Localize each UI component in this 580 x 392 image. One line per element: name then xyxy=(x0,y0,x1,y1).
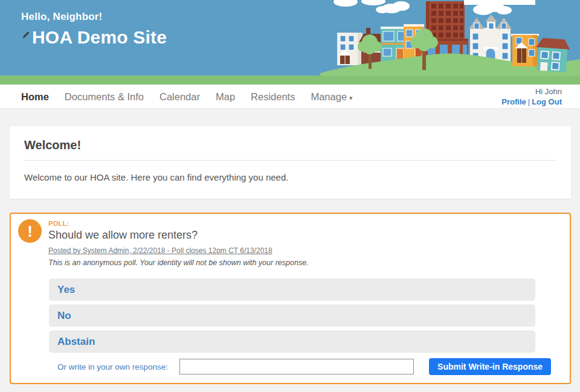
building-orange-right xyxy=(511,34,539,66)
nav-item-calendar[interactable]: Calendar xyxy=(160,91,200,103)
chevron-down-icon: ▾ xyxy=(349,94,353,101)
header-greeting: Hello, Neighbor! xyxy=(21,11,167,23)
profile-link[interactable]: Profile xyxy=(501,97,526,106)
poll-label: POLL: xyxy=(48,220,570,227)
poll-meta-link[interactable]: Posted by System Admin, 2/22/2018 - Poll… xyxy=(48,246,272,255)
poll-option-no[interactable]: No xyxy=(49,304,535,327)
nav-item-residents[interactable]: Residents xyxy=(251,91,295,103)
nav-item-documents-info[interactable]: Documents & Info xyxy=(65,91,144,103)
logout-link[interactable]: Log Out xyxy=(532,97,562,106)
welcome-title: Welcome! xyxy=(24,138,556,152)
poll-option-abstain[interactable]: Abstain xyxy=(49,330,535,353)
nav-items: Home Documents & Info Calendar Map Resid… xyxy=(21,85,353,109)
welcome-body: Welcome to our HOA site. Here you can fi… xyxy=(24,172,556,182)
edit-pencil-icon[interactable] xyxy=(21,31,30,40)
poll-anonymous-note: This is an anonymous poll. Your identity… xyxy=(48,259,570,267)
poll-option-yes[interactable]: Yes xyxy=(49,278,535,301)
user-greeting: Hi John xyxy=(501,87,562,97)
header-white-artifact xyxy=(464,0,535,5)
site-title: HOA Demo Site xyxy=(32,27,167,48)
building-teal-house xyxy=(535,37,571,72)
write-in-row: Or write in your own response: Submit Wr… xyxy=(57,358,570,375)
welcome-card: Welcome! Welcome to our HOA site. Here y… xyxy=(10,126,571,199)
cityscape-illustration xyxy=(320,0,580,76)
nav-item-manage[interactable]: Manage▾ xyxy=(311,91,352,103)
write-in-label: Or write in your own response: xyxy=(57,362,168,371)
user-links: Profile|Log Out xyxy=(501,97,562,108)
welcome-divider xyxy=(24,160,556,161)
green-divider xyxy=(0,76,580,85)
submit-write-in-button[interactable]: Submit Write-in Response xyxy=(429,358,551,375)
page: Hello, Neighbor! HOA Demo Site Home Docu… xyxy=(0,0,580,392)
alert-icon: ! xyxy=(18,219,42,243)
nav-item-map[interactable]: Map xyxy=(216,91,235,103)
link-separator: | xyxy=(528,97,530,106)
poll-question: Should we allow more renters? xyxy=(48,229,570,242)
nav-item-home[interactable]: Home xyxy=(21,91,49,103)
poll-header: POLL: Should we allow more renters? Post… xyxy=(48,220,570,267)
main-nav: Home Documents & Info Calendar Map Resid… xyxy=(0,85,580,109)
write-in-input[interactable] xyxy=(179,359,414,374)
poll-card: ! POLL: Should we allow more renters? Po… xyxy=(10,213,571,384)
nav-user-area: Hi John Profile|Log Out xyxy=(501,87,562,108)
site-header: Hello, Neighbor! HOA Demo Site xyxy=(0,0,580,76)
nav-item-manage-label: Manage xyxy=(311,91,347,102)
poll-options: Yes No Abstain xyxy=(49,278,535,353)
